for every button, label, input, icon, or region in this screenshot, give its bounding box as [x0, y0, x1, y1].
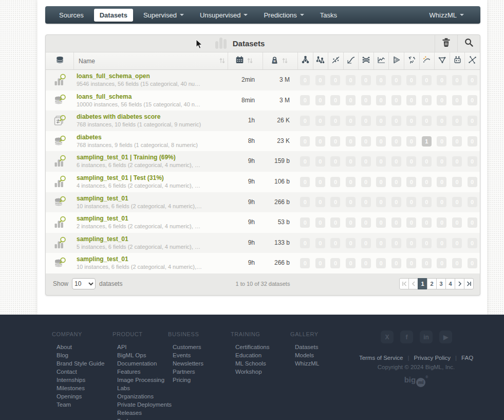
- logistic-regression-count-badge[interactable]: 0: [346, 217, 356, 228]
- footer-link[interactable]: ML Schools: [231, 359, 290, 368]
- linear-regression-count-badge[interactable]: 0: [330, 156, 340, 167]
- cluster-count-badge[interactable]: 0: [406, 75, 416, 85]
- deepnet-count-badge[interactable]: 0: [361, 238, 371, 248]
- logistic-regression-column-header[interactable]: [343, 52, 359, 69]
- footer-link[interactable]: Team: [52, 400, 111, 409]
- deepnet-count-badge[interactable]: 0: [361, 156, 371, 167]
- dataset-name-link[interactable]: diabetes with diabetes score: [77, 113, 226, 120]
- topic-model-count-badge[interactable]: 0: [452, 75, 462, 85]
- deepnet-count-badge[interactable]: 0: [361, 258, 371, 268]
- model-count-badge[interactable]: 0: [300, 136, 310, 147]
- fusion-count-badge[interactable]: 0: [391, 95, 401, 105]
- fusion-count-badge[interactable]: 0: [391, 197, 401, 207]
- topic-model-count-badge[interactable]: 0: [452, 136, 462, 147]
- topic-model-count-badge[interactable]: 0: [452, 197, 462, 207]
- fusion-count-badge[interactable]: 0: [391, 258, 401, 268]
- pca-count-badge[interactable]: 0: [468, 177, 477, 187]
- footer-link[interactable]: Labs: [113, 384, 172, 392]
- pca-count-badge[interactable]: 0: [468, 75, 477, 85]
- fusion-count-badge[interactable]: 0: [391, 238, 401, 248]
- footer-link[interactable]: Openings: [52, 392, 111, 400]
- ensemble-count-badge[interactable]: 0: [315, 136, 325, 147]
- pca-count-badge[interactable]: 0: [468, 258, 477, 268]
- footer-link[interactable]: Brand Style Guide: [52, 359, 111, 368]
- footer-link[interactable]: Certifications: [231, 343, 290, 351]
- ensemble-count-badge[interactable]: 0: [315, 238, 325, 248]
- model-column-header[interactable]: [297, 52, 313, 69]
- association-count-badge[interactable]: 0: [437, 177, 446, 187]
- logistic-regression-count-badge[interactable]: 0: [346, 156, 356, 167]
- logistic-regression-count-badge[interactable]: 0: [346, 75, 356, 85]
- logistic-regression-count-badge[interactable]: 0: [346, 136, 356, 147]
- anomaly-count-badge[interactable]: 0: [422, 197, 432, 207]
- dataset-chart-icon[interactable]: [46, 233, 73, 253]
- footer-link[interactable]: Pricing: [168, 376, 227, 384]
- ensemble-count-badge[interactable]: 0: [315, 177, 325, 187]
- dataset-name-link[interactable]: sampling_test_01: [77, 195, 226, 202]
- footer-link[interactable]: Datasets: [290, 343, 349, 351]
- page-first-button[interactable]: [399, 278, 409, 289]
- linear-regression-count-badge[interactable]: 0: [330, 95, 340, 105]
- cluster-count-badge[interactable]: 0: [406, 197, 416, 207]
- association-count-badge[interactable]: 0: [437, 75, 446, 85]
- footer-link[interactable]: Newsletters: [168, 359, 227, 368]
- dataset-name-link[interactable]: sampling_test_01: [77, 235, 226, 243]
- association-count-badge[interactable]: 0: [437, 136, 446, 147]
- footer-link[interactable]: Releases: [113, 409, 172, 417]
- anomaly-count-badge[interactable]: 0: [422, 238, 432, 248]
- page-next-button[interactable]: [455, 278, 464, 289]
- anomaly-count-badge[interactable]: 1: [422, 136, 432, 147]
- linkedin-icon[interactable]: in: [420, 331, 433, 343]
- fusion-count-badge[interactable]: 0: [391, 116, 401, 126]
- footer-link[interactable]: Partners: [168, 368, 227, 376]
- page-prev-button[interactable]: [408, 278, 418, 289]
- page-button-1[interactable]: 1: [418, 278, 427, 289]
- time-series-count-badge[interactable]: 0: [376, 258, 386, 268]
- legal-link[interactable]: Terms of Service: [359, 355, 403, 361]
- dataset-chart-icon[interactable]: [46, 70, 73, 90]
- anomaly-count-badge[interactable]: 0: [422, 116, 432, 126]
- time-series-count-badge[interactable]: 0: [376, 177, 386, 187]
- dataset-db-icon[interactable]: [46, 131, 73, 152]
- dataset-chart-icon[interactable]: [46, 151, 73, 172]
- linear-regression-count-badge[interactable]: 0: [330, 177, 340, 187]
- fusion-count-badge[interactable]: 0: [391, 75, 401, 85]
- dataset-chart-icon[interactable]: [46, 212, 73, 233]
- footer-link[interactable]: Events: [168, 351, 227, 359]
- topic-model-count-badge[interactable]: 0: [452, 258, 462, 268]
- cluster-column-header[interactable]: [404, 52, 419, 69]
- fusion-count-badge[interactable]: 0: [391, 136, 401, 147]
- footer-link[interactable]: Image Processing: [113, 376, 172, 384]
- ensemble-count-badge[interactable]: 0: [315, 197, 325, 207]
- logistic-regression-count-badge[interactable]: 0: [346, 116, 356, 126]
- time-series-count-badge[interactable]: 0: [376, 197, 386, 207]
- deepnet-column-header[interactable]: [358, 52, 374, 69]
- logistic-regression-count-badge[interactable]: 0: [346, 238, 356, 248]
- page-button-4[interactable]: 4: [445, 278, 455, 289]
- footer-link[interactable]: Customers: [168, 343, 227, 351]
- ensemble-count-badge[interactable]: 0: [315, 258, 325, 268]
- cluster-count-badge[interactable]: 0: [406, 217, 416, 228]
- pca-column-header[interactable]: [464, 52, 480, 69]
- topic-model-count-badge[interactable]: 0: [452, 95, 462, 105]
- model-count-badge[interactable]: 0: [300, 156, 310, 167]
- deepnet-count-badge[interactable]: 0: [361, 197, 371, 207]
- time-series-count-badge[interactable]: 0: [376, 238, 386, 248]
- sort-icon[interactable]: [282, 57, 288, 66]
- anomaly-column-header[interactable]: [419, 52, 435, 69]
- ensemble-count-badge[interactable]: 0: [315, 217, 325, 228]
- pca-count-badge[interactable]: 0: [468, 156, 477, 167]
- fusion-count-badge[interactable]: 0: [391, 156, 401, 167]
- cluster-count-badge[interactable]: 0: [406, 238, 416, 248]
- time-series-count-badge[interactable]: 0: [376, 136, 386, 147]
- association-count-badge[interactable]: 0: [437, 258, 446, 268]
- anomaly-count-badge[interactable]: 0: [422, 156, 432, 167]
- cluster-count-badge[interactable]: 0: [406, 95, 416, 105]
- anomaly-count-badge[interactable]: 0: [422, 217, 432, 228]
- fusion-count-badge[interactable]: 0: [391, 217, 401, 228]
- time-series-count-badge[interactable]: 0: [376, 156, 386, 167]
- topic-model-count-badge[interactable]: 0: [452, 116, 462, 126]
- dataset-name-link[interactable]: sampling_test_01 | Test (31%): [77, 174, 226, 181]
- footer-link[interactable]: Documentation: [113, 359, 172, 368]
- linear-regression-count-badge[interactable]: 0: [330, 75, 340, 85]
